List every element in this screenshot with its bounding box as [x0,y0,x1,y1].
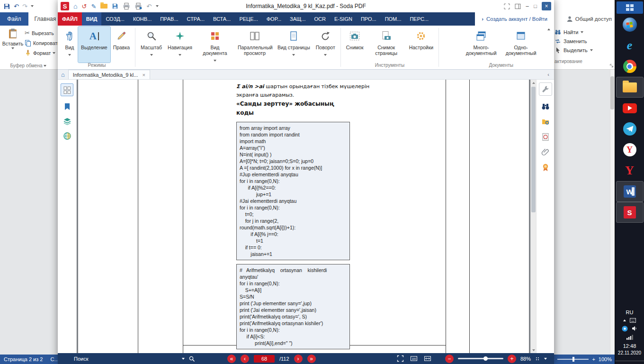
tab-file[interactable]: ФАЙЛ [58,12,82,26]
edit-pen-icon[interactable]: ✎ [91,3,96,9]
panels-icon[interactable] [515,3,521,9]
stamp-page-icon[interactable] [541,133,550,141]
scroll-down-icon[interactable] [531,347,536,353]
tab-pages[interactable]: СТРА... [183,12,209,26]
zoom-button[interactable]: Масштаб [138,27,165,63]
rotate-button[interactable]: Поворот [313,27,338,63]
page-thumbnails-icon[interactable] [61,83,73,96]
taskbar-yandex-browser[interactable]: Y [617,161,643,181]
page-view-button[interactable]: Вид страницы [275,27,313,63]
web-globe-icon[interactable] [63,132,72,140]
edit-mode-button[interactable]: Правка [110,27,133,63]
undo-icon[interactable]: ↶ [14,3,19,9]
certificate-badge-icon[interactable] [541,163,550,172]
attachment-paperclip-icon[interactable] [541,148,550,156]
paste-button[interactable]: Вставить [2,27,23,62]
first-page-button[interactable]: « [227,355,236,363]
zoom-slider-thumb[interactable] [572,357,574,362]
snapshot-button[interactable]: Снимок [343,27,367,63]
word-vertical-scrollbar[interactable] [610,70,615,355]
document-tab[interactable]: Informatika_Metodika_9 kl... × [68,70,150,79]
copy-button[interactable]: Копировать [25,39,60,47]
scrollbar-thumb[interactable] [610,76,614,109]
navigation-button[interactable]: Навигация [165,27,195,63]
tab-forms[interactable]: ФОР... [262,12,286,26]
volume-icon[interactable] [632,326,637,331]
maximize-button[interactable]: □ [534,3,537,9]
tab-review[interactable]: РЕЦЕ... [235,12,262,26]
close-button[interactable]: × [542,2,551,10]
fullscreen-icon[interactable] [504,3,510,9]
word-share-button[interactable]: Общий доступ [566,12,612,26]
show-desktop-button[interactable] [615,361,644,363]
actual-size-icon[interactable]: 100 [410,355,418,362]
dialog-launcher-icon[interactable] [609,64,614,68]
language-indicator[interactable]: RU [626,309,634,315]
search-binoculars-icon[interactable] [541,102,550,111]
open-folder-icon[interactable] [100,4,107,9]
overflow-dots-icon[interactable] [535,356,540,361]
zoom-slider-thumb[interactable] [483,356,488,361]
taskbar-soda-pdf[interactable]: S [617,202,643,222]
print-icon[interactable] [123,3,130,9]
bookmarks-icon[interactable] [63,102,72,111]
taskbar-internet-explorer[interactable]: e [617,36,643,55]
layers-icon[interactable] [63,117,72,126]
collapse-ribbon-icon[interactable] [547,28,550,30]
find-button[interactable]: Найти [555,27,613,36]
tab-pro[interactable]: ПРО... [357,12,381,26]
fit-screen-icon[interactable] [397,355,404,362]
previous-page-button[interactable]: ‹ [241,355,249,363]
taskbar-telegram[interactable] [617,119,643,139]
scroll-up-icon[interactable] [531,80,536,86]
word-tab-home[interactable]: Главная [28,12,63,26]
pinned-tile-icon[interactable] [617,1,643,14]
save-icon[interactable] [3,3,10,10]
view-mode-button[interactable]: Вид [61,27,78,63]
taskbar-chrome[interactable] [617,56,643,76]
clock[interactable]: 12:48 22.11.2020 [618,343,641,356]
zoom-in-button[interactable]: + [508,355,516,363]
zoom-level[interactable]: 88% [520,356,531,362]
single-document-button[interactable]: Одно-документный [501,27,541,63]
zoom-in-icon[interactable]: + [592,356,595,362]
revert-icon[interactable]: ↺ [81,3,87,9]
home-tab-icon[interactable]: ⌂ [61,72,65,78]
tab-edit[interactable]: ПРАВ... [156,12,182,26]
save-icon[interactable] [112,3,118,9]
parallel-view-button[interactable]: Параллельный просмотр [235,27,275,63]
tab-view[interactable]: ВИД [82,12,102,26]
last-page-button[interactable]: » [307,355,316,363]
word-zoom-slider[interactable] [557,359,589,360]
taskbar-word[interactable]: W [617,182,643,201]
minimize-button[interactable]: − [526,3,529,10]
tools-wrench-icon[interactable] [539,82,552,96]
tab-secure[interactable]: ЗАЩ... [286,12,310,26]
taskbar-file-explorer[interactable] [617,77,643,97]
start-button[interactable] [617,15,643,35]
page-snapshot-button[interactable]: Снимок страницы [367,27,406,63]
current-page-input[interactable]: 68 [254,355,275,363]
search-field[interactable]: Поиск [74,353,195,364]
undo-icon[interactable]: ↶ [146,3,152,9]
taskbar-yandex[interactable]: Y [617,140,643,160]
keyboard-icon[interactable] [630,318,636,323]
search-icon[interactable] [188,355,195,362]
next-page-button[interactable]: › [294,355,303,363]
customize-qat-chevron-icon[interactable] [31,5,34,7]
tray-app-icon[interactable] [622,326,628,332]
tab-create[interactable]: СОЗД... [101,12,129,26]
fit-width-icon[interactable] [424,355,431,362]
folder-tools-icon[interactable] [541,118,550,126]
tab-insert[interactable]: ВСТА... [209,12,235,26]
format-painter-button[interactable]: Формат [25,49,60,57]
zoom-slider[interactable] [458,358,503,359]
cut-button[interactable]: ✂Вырезать [25,29,60,37]
tab-personalize[interactable]: ПЕРС... [405,12,433,26]
word-zoom-level[interactable]: 100% [599,356,612,362]
word-tab-file[interactable]: Файл [0,12,28,26]
selection-mode-button[interactable]: A Выделение [78,27,110,63]
tab-esign[interactable]: E-SIGN [330,12,357,26]
taskbar-youtube[interactable] [617,98,643,118]
multi-document-button[interactable]: Много-документный [461,27,501,63]
